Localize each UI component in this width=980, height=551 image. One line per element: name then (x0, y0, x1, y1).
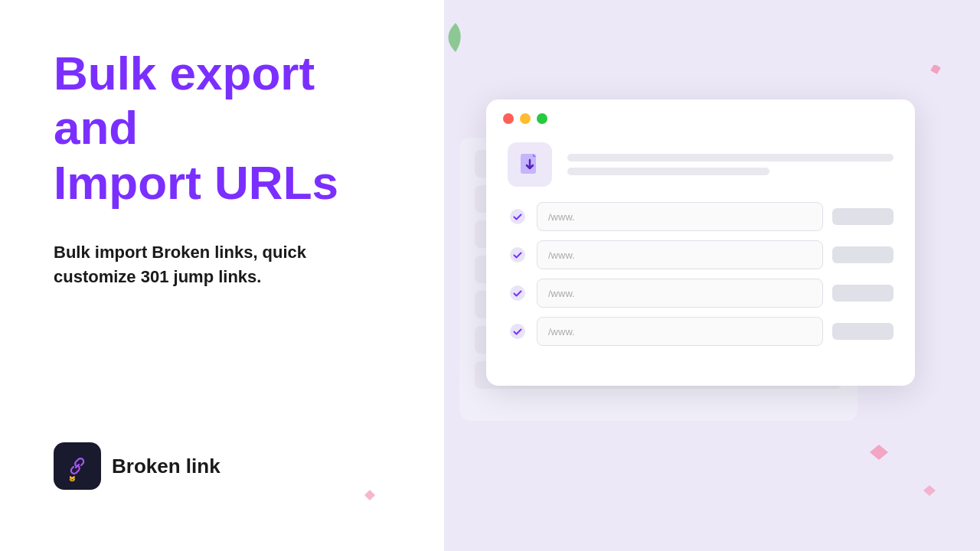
url-row-1: /www. (508, 202, 893, 231)
url-input-2[interactable]: /www. (537, 240, 823, 269)
svg-point-6 (510, 247, 525, 262)
page-description: Bulk import Broken links, quickcustomize… (54, 240, 390, 289)
window-dot-green (537, 113, 547, 124)
left-panel: Bulk export and Import URLs Bulk import … (0, 0, 444, 551)
window-dot-yellow (520, 113, 531, 124)
browser-content: /www. /www. (486, 135, 915, 363)
check-icon-3 (508, 283, 528, 303)
browser-window: /www. /www. (486, 99, 915, 386)
url-row-2: /www. (508, 240, 893, 269)
check-icon-1 (508, 207, 528, 227)
svg-rect-3 (930, 65, 941, 74)
broken-link-svg: 🐱 (60, 448, 95, 484)
app-logo-icon: 🐱 (54, 442, 101, 490)
right-panel: /www. /www. (444, 0, 980, 551)
app-logo-text: Broken link (112, 455, 220, 478)
deco-pink-left-panel (364, 490, 375, 504)
headline-line1: Bulk export and (54, 47, 315, 154)
check-icon-2 (508, 245, 528, 265)
url-action-2 (832, 246, 893, 263)
upload-icon (518, 152, 542, 177)
upload-icon-box (508, 142, 552, 187)
deco-green-leaf (444, 23, 467, 52)
deco-pink-diamond-bottom (870, 445, 888, 463)
url-action-1 (832, 208, 893, 225)
placeholder-line-medium (567, 168, 769, 175)
upload-area (508, 142, 893, 187)
main-content: Bulk export and Import URLs Bulk import … (54, 46, 390, 289)
url-action-3 (832, 285, 893, 302)
deco-pink-small (923, 485, 936, 499)
url-row-3: /www. (508, 279, 893, 308)
check-icon-4 (508, 321, 528, 341)
svg-text:🐱: 🐱 (69, 475, 76, 482)
url-input-3[interactable]: /www. (537, 279, 823, 308)
svg-point-7 (510, 285, 525, 301)
headline-line2: Import URLs (54, 156, 338, 209)
url-input-4[interactable]: /www. (537, 317, 823, 346)
upload-lines (567, 154, 893, 175)
browser-titlebar (486, 99, 915, 135)
placeholder-line-long (567, 154, 893, 161)
svg-point-8 (510, 324, 525, 339)
svg-point-5 (510, 209, 525, 224)
deco-pink-diamond-top (928, 65, 942, 76)
url-input-1[interactable]: /www. (537, 202, 823, 231)
logo-row: 🐱 Broken link (54, 442, 390, 490)
window-dot-red (503, 113, 514, 124)
url-action-4 (832, 323, 893, 340)
page-headline: Bulk export and Import URLs (54, 46, 390, 210)
url-row-4: /www. (508, 317, 893, 346)
